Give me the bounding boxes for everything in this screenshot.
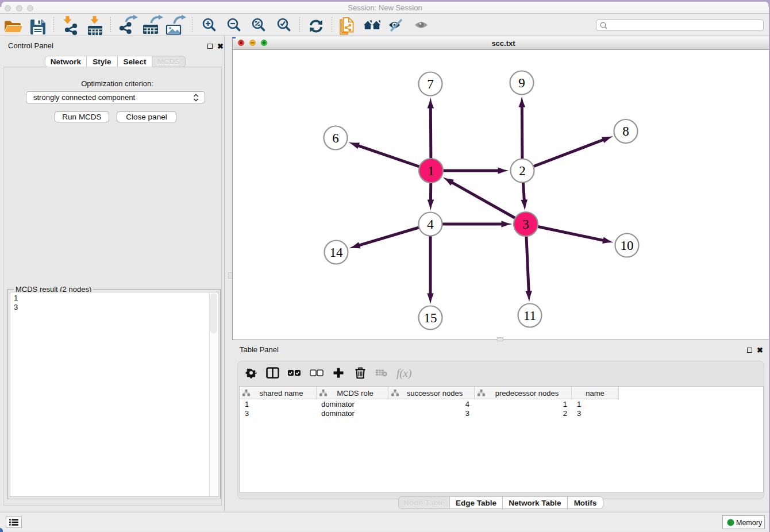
svg-text:1: 1 — [428, 164, 434, 178]
svg-text:14: 14 — [330, 245, 344, 260]
svg-text:7: 7 — [427, 77, 434, 91]
svg-text:3: 3 — [522, 217, 529, 232]
svg-text:2: 2 — [519, 164, 526, 178]
svg-text:6: 6 — [332, 131, 339, 145]
svg-text:11: 11 — [523, 309, 536, 323]
svg-text:10: 10 — [621, 238, 634, 253]
svg-text:9: 9 — [518, 76, 525, 90]
svg-text:f(x): f(x) — [396, 367, 411, 380]
svg-text:8: 8 — [622, 124, 629, 138]
svg-text:15: 15 — [424, 311, 437, 325]
svg-text:4: 4 — [427, 217, 434, 232]
